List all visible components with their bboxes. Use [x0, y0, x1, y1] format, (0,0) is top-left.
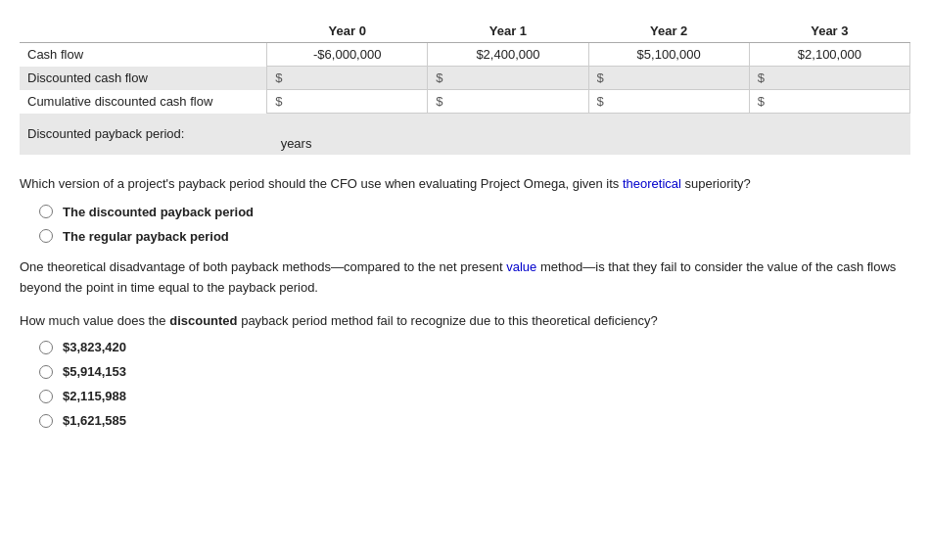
radio-3823420[interactable]: [39, 341, 53, 354]
paragraph1: One theoretical disadvantage of both pay…: [20, 257, 910, 299]
cumulative-cf-year2-cell: [588, 90, 749, 114]
payback-row: Discounted payback period: years: [20, 114, 910, 156]
paragraph1-text: One theoretical disadvantage of both pay…: [20, 257, 910, 299]
col-header-label: [20, 20, 267, 43]
cumulative-cf-year0-cell: [267, 90, 428, 114]
cashflow-year0: -$6,000,000: [267, 43, 428, 67]
cumulative-cf-year3-input[interactable]: [758, 94, 902, 109]
radio-discounted-payback[interactable]: [39, 205, 53, 218]
label-5914153: $5,914,153: [63, 364, 126, 379]
radio-1621585[interactable]: [39, 414, 53, 428]
discounted-cf-year1-cell: [428, 67, 588, 90]
discounted-cashflow-row: Discounted cash flow: [20, 67, 910, 90]
payback-input-cell: years: [267, 114, 910, 156]
label-regular-payback: The regular payback period: [63, 229, 229, 244]
question2-text: How much value does the discounted payba…: [20, 311, 910, 332]
cumulative-cf-year2-input[interactable]: [597, 94, 741, 109]
question1-text: Which version of a project's payback per…: [20, 174, 910, 195]
years-label: years: [281, 136, 312, 151]
label-1621585: $1,621,585: [63, 413, 126, 428]
col-header-year1: Year 1: [428, 20, 588, 43]
col-header-year3: Year 3: [749, 20, 909, 43]
cashflow-row: Cash flow -$6,000,000 $2,400,000 $5,100,…: [20, 43, 910, 67]
option-5914153: $5,914,153: [39, 364, 910, 379]
cumulative-cf-year1-cell: [428, 90, 588, 114]
option-discounted-payback: The discounted payback period: [39, 205, 910, 219]
option-2115988: $2,115,988: [39, 389, 910, 403]
discounted-cf-year2-cell: [588, 67, 749, 90]
radio-2115988[interactable]: [39, 390, 53, 403]
payback-label: Discounted payback period:: [20, 114, 267, 156]
cumulative-cf-year3-cell: [749, 90, 909, 114]
value-link: value: [506, 259, 536, 274]
discounted-cf-year3-cell: [749, 67, 909, 90]
option-1621585: $1,621,585: [39, 413, 910, 428]
label-3823420: $3,823,420: [63, 340, 126, 354]
cumulative-cashflow-row: Cumulative discounted cash flow: [20, 90, 910, 114]
cumulative-cf-year1-input[interactable]: [436, 94, 580, 109]
cashflow-year3: $2,100,000: [749, 43, 909, 67]
cashflow-year2: $5,100,000: [588, 43, 749, 67]
label-discounted-payback: The discounted payback period: [63, 205, 254, 219]
cumulative-cashflow-label: Cumulative discounted cash flow: [20, 90, 267, 114]
col-header-year0: Year 0: [267, 20, 428, 43]
discounted-cf-year0-input[interactable]: [275, 70, 419, 85]
cash-flow-table: Year 0 Year 1 Year 2 Year 3 Cash flow -$…: [20, 20, 910, 155]
radio-regular-payback[interactable]: [39, 229, 53, 243]
discounted-cf-year3-input[interactable]: [758, 70, 902, 85]
discounted-cf-year2-input[interactable]: [597, 70, 741, 85]
question1-block: Which version of a project's payback per…: [20, 174, 910, 195]
discounted-cashflow-label: Discounted cash flow: [20, 67, 267, 90]
cashflow-label: Cash flow: [20, 43, 267, 67]
option-regular-payback: The regular payback period: [39, 229, 910, 244]
radio-5914153[interactable]: [39, 365, 53, 379]
discounted-cf-year1-input[interactable]: [436, 70, 580, 85]
question2-block: How much value does the discounted payba…: [20, 311, 910, 332]
label-2115988: $2,115,988: [63, 389, 126, 403]
option-3823420: $3,823,420: [39, 340, 910, 354]
theoretical-link: theoretical: [623, 176, 681, 191]
discounted-bold: discounted: [169, 313, 237, 328]
question2-options: $3,823,420 $5,914,153 $2,115,988 $1,621,…: [39, 340, 910, 428]
col-header-year2: Year 2: [588, 20, 749, 43]
cumulative-cf-year0-input[interactable]: [275, 94, 419, 109]
discounted-cf-year0-cell: [267, 67, 428, 90]
cashflow-year1: $2,400,000: [428, 43, 588, 67]
payback-years-input[interactable]: [275, 117, 903, 136]
question1-options: The discounted payback period The regula…: [39, 205, 910, 244]
